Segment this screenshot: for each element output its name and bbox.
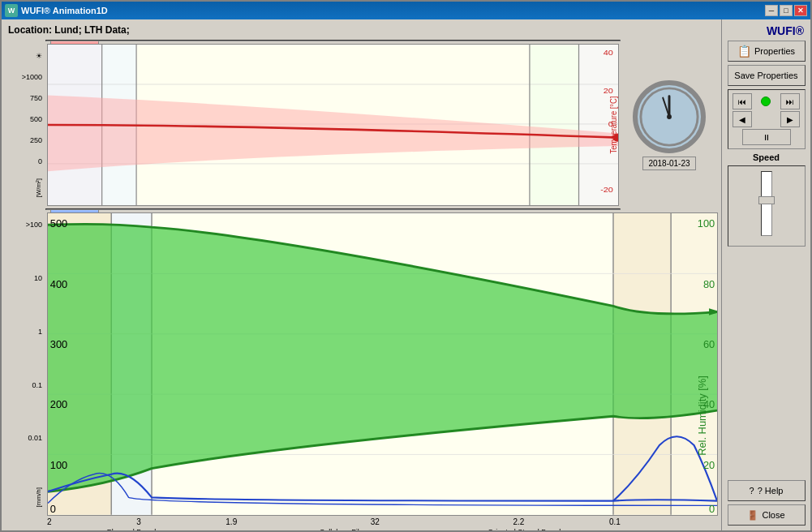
properties-label: Properties <box>754 46 795 56</box>
x-val-2: 1.9 <box>226 517 237 526</box>
transport-controls: ⏮ ⏭ ◀ ▶ ⏸ <box>728 89 806 149</box>
maximize-button[interactable]: □ <box>780 5 793 16</box>
y-val-top-1: 750 <box>30 94 42 102</box>
next-button[interactable]: ▶ <box>780 111 800 127</box>
title-bar-buttons: ─ □ ✕ <box>765 5 807 16</box>
minimize-button[interactable]: ─ <box>765 5 778 16</box>
y-label-sun: ☀ <box>36 52 42 60</box>
main-window: W WUFI® Animation1D ─ □ ✕ Location: Lund… <box>0 0 812 532</box>
title-bar: W WUFI® Animation1D ─ □ ✕ <box>2 2 810 19</box>
x-axis-values: 2 3 1.9 32 2.2 0.1 <box>47 517 621 526</box>
speed-track <box>761 171 772 236</box>
x-val-1: 3 <box>136 517 141 526</box>
app-icon: W <box>5 4 18 17</box>
svg-text:500: 500 <box>50 217 67 230</box>
bottom-chart-svg: 100 80 60 40 20 0 500 400 300 200 100 0 <box>48 213 717 515</box>
layer-2-label: Cellulose Fiber <box>320 528 368 530</box>
pause-button[interactable]: ⏸ <box>742 129 791 145</box>
y-val-top-4: 0 <box>38 157 42 165</box>
x-val-4: 2.2 <box>513 517 525 526</box>
svg-text:-20: -20 <box>600 186 613 194</box>
help-label: ? Help <box>758 486 784 496</box>
clock-face <box>633 80 706 153</box>
location-bar: Location: Lund; LTH Data; <box>5 23 718 37</box>
y-val-bot-3: 0.1 <box>32 381 42 389</box>
svg-text:Rel. Humidity [%]: Rel. Humidity [%] <box>696 375 708 456</box>
svg-text:0: 0 <box>709 503 715 515</box>
top-chart: 40 20 0 -20 Temperature [°C] <box>47 44 619 206</box>
save-properties-button[interactable]: Save Properties <box>728 65 806 86</box>
svg-text:80: 80 <box>703 277 715 290</box>
svg-text:0: 0 <box>50 503 56 515</box>
layer-labels: Plywood Board Air Layer 30 mm Wood-Fibre… <box>47 528 621 530</box>
layer-1-label: Plywood Board Air Layer 30 mm Wood-Fibre… <box>107 528 200 530</box>
svg-text:40: 40 <box>604 48 613 56</box>
layer-3-label: Oriented Strand Board Roof Membrane V13 <box>488 528 561 530</box>
right-panel: WUFI® 📋 Properties Save Properties ⏮ ⏭ ◀… <box>721 19 810 530</box>
status-dot <box>761 97 771 106</box>
svg-text:100: 100 <box>50 459 67 471</box>
speed-thumb[interactable] <box>758 196 775 204</box>
window-title: WUFI® Animation1D <box>21 6 108 15</box>
y-val-bot-1: 10 <box>34 274 42 282</box>
prev-button[interactable]: ◀ <box>733 111 752 127</box>
svg-point-23 <box>667 114 672 119</box>
title-bar-left: W WUFI® Animation1D <box>5 4 108 17</box>
chart-top-row: ☀ >1000 750 500 250 0 [W/m²] <box>5 44 718 206</box>
help-icon: ? <box>750 486 754 496</box>
svg-text:20: 20 <box>703 459 715 471</box>
svg-text:200: 200 <box>50 398 67 410</box>
close-icon: 🚪 <box>747 510 758 521</box>
chart-bottom-row: >100 10 1 0.1 0.01 [mm/h] <box>5 212 718 516</box>
clock-date: 2018-01-23 <box>642 157 695 170</box>
svg-text:60: 60 <box>703 338 715 350</box>
y-left-label-top: [W/m²] <box>35 178 42 198</box>
main-panel: Location: Lund; LTH Data; ☀ >1000 750 50… <box>2 19 721 530</box>
svg-text:Temperature [°C]: Temperature [°C] <box>608 96 618 153</box>
content-area: Location: Lund; LTH Data; ☀ >1000 750 50… <box>2 19 810 530</box>
y-val-top-3: 250 <box>30 136 42 144</box>
save-properties-label: Save Properties <box>734 71 797 80</box>
bottom-scrollbar[interactable] <box>45 208 621 210</box>
clock-container: 2018-01-23 <box>621 44 718 206</box>
svg-text:400: 400 <box>50 277 67 290</box>
close-button[interactable]: 🚪 Close <box>728 504 806 526</box>
speed-slider-container[interactable] <box>728 165 806 247</box>
speed-label: Speed <box>753 152 780 162</box>
top-scrollbar[interactable] <box>45 40 621 41</box>
top-chart-svg: 40 20 0 -20 Temperature [°C] <box>48 45 618 205</box>
next-next-button[interactable]: ⏭ <box>780 93 800 109</box>
y-left-axis-top: ☀ >1000 750 500 250 0 [W/m²] <box>5 44 45 206</box>
close-label: Close <box>762 510 784 520</box>
svg-text:20: 20 <box>604 87 613 95</box>
y-val-bot-0: >100 <box>26 221 42 229</box>
prev-prev-button[interactable]: ⏮ <box>733 93 752 109</box>
y-val-top-0: >1000 <box>22 73 42 81</box>
x-val-0: 2 <box>47 517 52 526</box>
y-val-bot-4: 0.01 <box>28 434 42 442</box>
y-val-top-2: 500 <box>30 115 42 123</box>
y-val-bot-2: 1 <box>38 328 42 336</box>
x-val-3: 32 <box>371 517 380 526</box>
help-button[interactable]: ? ? Help <box>728 480 806 501</box>
wufi-logo: WUFI® <box>767 24 804 37</box>
properties-button[interactable]: 📋 Properties <box>728 41 806 62</box>
y-left-axis-bottom: >100 10 1 0.1 0.01 [mm/h] <box>5 212 45 516</box>
close-window-button[interactable]: ✕ <box>794 5 807 16</box>
properties-icon: 📋 <box>737 45 751 58</box>
bottom-chart: 100 80 60 40 20 0 500 400 300 200 100 0 <box>47 212 718 516</box>
x-val-5: 0.1 <box>609 517 621 526</box>
y-left-unit-bottom: [mm/h] <box>35 487 42 507</box>
svg-rect-4 <box>530 45 579 205</box>
svg-text:300: 300 <box>50 338 67 350</box>
clock-svg <box>638 84 701 149</box>
svg-text:100: 100 <box>698 217 715 230</box>
